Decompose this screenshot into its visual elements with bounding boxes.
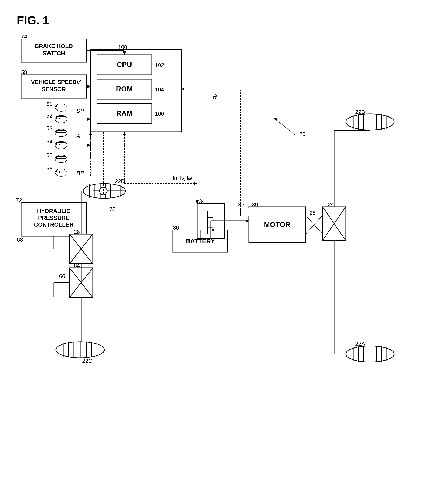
svg-text:74: 74 [21,33,27,40]
svg-rect-67 [323,207,346,240]
svg-marker-152 [246,219,249,222]
svg-text:64: 64 [74,263,80,269]
svg-line-73 [70,234,93,264]
svg-marker-143 [196,200,199,204]
svg-rect-100 [56,130,66,132]
svg-rect-75 [70,268,93,297]
svg-line-77 [70,268,93,297]
svg-text:68: 68 [17,237,23,243]
svg-text:22D: 22D [115,178,125,184]
svg-line-69 [323,207,346,240]
svg-point-102 [55,141,67,149]
svg-text:iu, iv, iw: iu, iv, iw [173,175,192,182]
svg-marker-120 [274,118,278,121]
svg-rect-104 [59,144,60,145]
svg-text:BP: BP [76,170,84,176]
svg-text:VEHICLE SPEED: VEHICLE SPEED [31,79,77,85]
svg-text:34: 34 [199,198,205,205]
svg-rect-11 [97,55,152,75]
svg-rect-97 [59,118,60,119]
svg-text:24: 24 [328,201,334,208]
svg-rect-93 [56,105,66,107]
svg-point-109 [55,169,67,176]
svg-rect-5 [21,75,87,98]
svg-text:SP: SP [76,107,84,114]
svg-line-119 [274,118,295,135]
svg-text:RAM: RAM [116,109,132,117]
svg-rect-81 [197,204,224,238]
svg-text:106: 106 [155,111,164,117]
svg-rect-20 [249,207,306,243]
svg-marker-132 [89,132,92,135]
svg-rect-71 [70,234,93,264]
svg-rect-173 [306,215,323,234]
svg-text:32: 32 [238,201,244,208]
svg-text:56: 56 [46,165,53,172]
svg-text:66: 66 [59,273,65,279]
svg-marker-136 [123,132,126,135]
svg-text:22A: 22A [355,340,365,347]
svg-line-174 [306,215,323,234]
svg-rect-111 [59,171,60,173]
svg-marker-127 [88,118,91,121]
svg-text:54: 54 [46,138,53,145]
svg-text:72: 72 [16,197,22,203]
svg-text:MOTOR: MOTOR [264,221,290,229]
svg-point-40 [56,342,104,358]
svg-text:51: 51 [46,101,53,107]
svg-text:62: 62 [110,206,116,212]
svg-text:SWITCH: SWITCH [43,50,65,57]
svg-text:100: 100 [118,44,127,50]
svg-rect-90 [240,208,249,216]
svg-text:HYDRAULIC: HYDRAULIC [37,208,71,214]
svg-text:102: 102 [155,62,164,68]
svg-point-92 [55,104,67,111]
svg-text:52: 52 [46,112,53,119]
svg-marker-138 [181,88,184,90]
svg-text:30: 30 [252,201,258,208]
svg-text:θ: θ [213,93,217,101]
svg-point-49 [346,114,394,130]
svg-text:V: V [76,79,81,86]
svg-text:28: 28 [74,229,80,235]
svg-rect-26 [21,203,87,236]
svg-rect-107 [56,156,66,158]
svg-text:22B: 22B [355,109,365,115]
svg-rect-96 [56,117,66,119]
svg-text:104: 104 [155,86,164,93]
svg-text:CONTROLLER: CONTROLLER [34,222,73,228]
svg-point-31 [83,183,125,198]
svg-text:A: A [76,133,80,140]
svg-rect-17 [97,103,152,123]
svg-text:SENSOR: SENSOR [42,86,66,92]
svg-text:ROM: ROM [116,85,133,93]
svg-line-72 [70,234,93,264]
svg-text:26: 26 [310,210,316,216]
svg-rect-103 [56,143,66,145]
svg-text:PRESSURE: PRESSURE [38,215,70,221]
svg-line-175 [306,215,323,234]
svg-text:55: 55 [46,152,53,158]
svg-text:22C: 22C [82,358,92,364]
svg-text:FIG. 1: FIG. 1 [17,14,49,27]
svg-text:36: 36 [173,224,179,231]
svg-point-145 [99,187,107,195]
svg-text:BATTERY: BATTERY [186,238,215,245]
svg-rect-23 [173,230,228,252]
svg-marker-141 [194,182,197,185]
svg-rect-14 [97,79,152,99]
svg-marker-125 [88,85,91,88]
svg-rect-110 [56,170,66,172]
svg-point-106 [55,155,67,163]
svg-marker-123 [123,51,126,55]
svg-point-95 [55,115,67,123]
svg-text:CPU: CPU [117,61,132,69]
svg-text:58: 58 [21,69,27,75]
svg-line-68 [323,207,346,240]
svg-line-76 [70,268,93,297]
svg-rect-1 [21,39,87,62]
svg-text:53: 53 [46,125,53,132]
svg-point-99 [55,129,67,137]
svg-text:BRAKE HOLD: BRAKE HOLD [35,43,73,49]
svg-rect-9 [91,49,181,132]
